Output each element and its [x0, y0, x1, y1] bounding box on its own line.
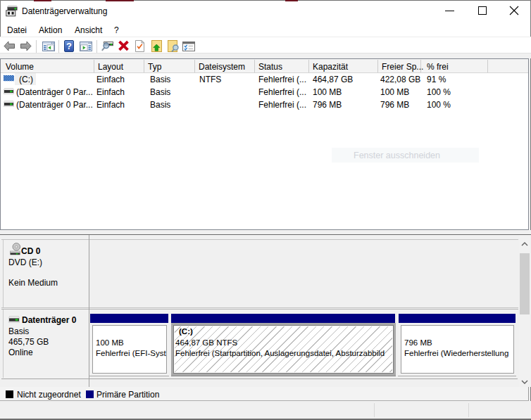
svg-text:?: ?	[66, 41, 72, 51]
